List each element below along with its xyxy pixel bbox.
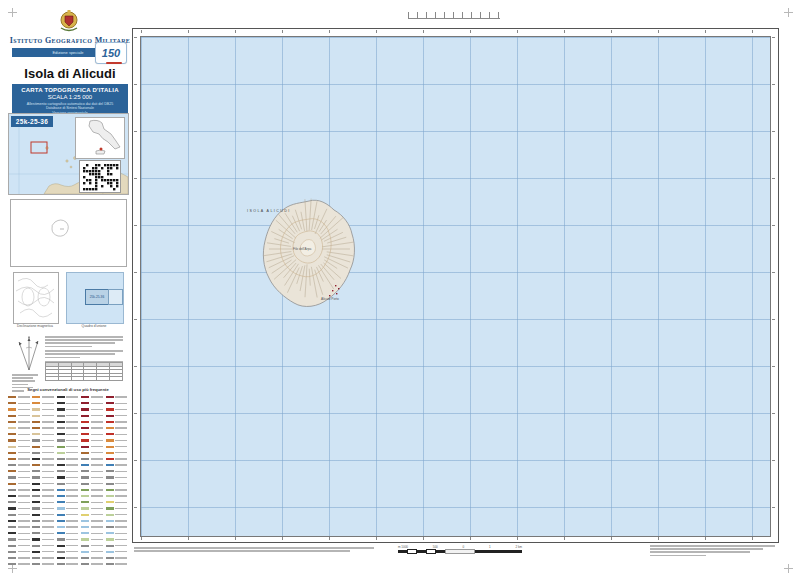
island-name-label: ISOLA ALICUDI <box>247 209 291 213</box>
slope-scale <box>408 12 500 19</box>
sea-area: Filo dell'Arpa Alicudi Porto ISOLA ALICU… <box>141 37 770 536</box>
legend-item <box>8 561 32 567</box>
peak-label: Filo dell'Arpa <box>293 247 311 251</box>
left-graticule-ticks <box>134 37 137 535</box>
right-graticule-ticks <box>772 37 775 535</box>
legend-item <box>81 561 105 567</box>
map-sheet: Istituto Geografico Militare Edizione sp… <box>0 0 800 581</box>
declination-caption: Declinazione magnetica <box>8 324 62 328</box>
scale-bar: m 1000500012 km <box>398 545 522 554</box>
series-line2: SCALA 1:25 000 <box>14 94 126 100</box>
scale-bar-label: 2 km <box>515 545 522 549</box>
crop-mark-icon <box>8 8 17 17</box>
crop-mark-icon <box>784 564 793 573</box>
sheet-index-inset: 25k-25-36 <box>66 272 124 324</box>
series-line1: CARTA TOPOGRAFICA D'ITALIA <box>14 87 126 93</box>
qr-code <box>79 160 121 193</box>
top-graticule-ticks <box>141 30 770 33</box>
index-current-sheet: 25k-25-36 <box>85 289 109 305</box>
north-arrows-diagram <box>14 334 44 378</box>
legend-item <box>106 561 130 567</box>
igm-emblem-icon <box>57 8 81 39</box>
bottom-graticule-ticks <box>141 537 770 540</box>
alicudi-island: Filo dell'Arpa Alicudi Porto <box>259 197 359 319</box>
italy-minimap <box>75 117 125 159</box>
copyright-note <box>134 547 374 553</box>
legend-grid <box>8 394 130 567</box>
vertices-table <box>45 362 123 381</box>
anniversary-150-label: 150 <box>102 47 120 59</box>
index-caption: Quadro d'unione <box>66 324 122 328</box>
location-inset: 25k-25-36 <box>8 113 129 195</box>
map-inner-frame: Filo dell'Arpa Alicudi Porto ISOLA ALICU… <box>140 36 771 537</box>
scale-bar-label: 1 <box>489 545 491 549</box>
crop-mark-icon <box>784 8 793 17</box>
anniversary-150-logo: 150 <box>95 42 127 64</box>
village-label: Alicudi Porto <box>321 297 339 301</box>
declination-inset <box>13 272 59 324</box>
admin-boundaries-inset <box>10 199 127 267</box>
legend-item <box>32 561 56 567</box>
legend-title: Segni convenzionali di uso più frequente <box>7 387 129 392</box>
sheet-code-chip: 25k-25-36 <box>11 116 53 127</box>
production-note <box>650 545 775 558</box>
page-title: Isola di Alicudi <box>6 66 134 81</box>
index-adjacent-sheet <box>108 289 123 305</box>
legend-item <box>57 561 81 567</box>
